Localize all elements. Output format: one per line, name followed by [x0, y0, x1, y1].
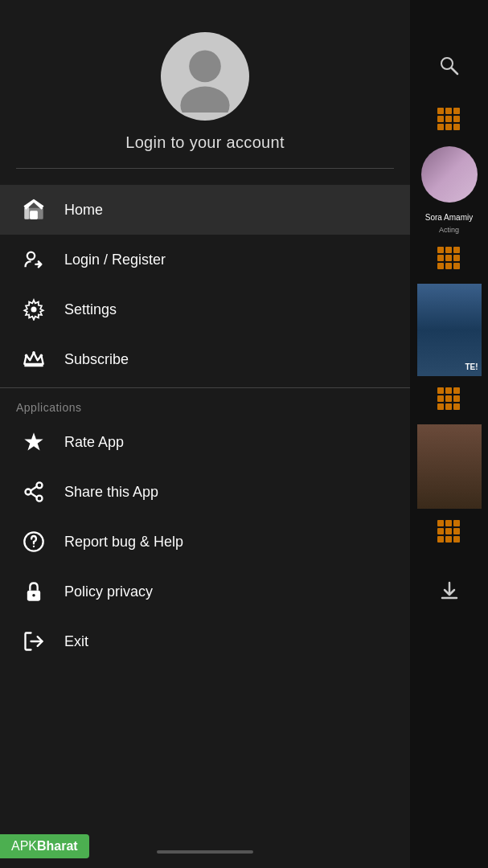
svg-rect-5 — [30, 211, 37, 219]
right-user-category: Acting — [439, 226, 459, 235]
app-container: Login to your account — [0, 0, 488, 868]
svg-point-6 — [27, 252, 35, 260]
svg-line-24 — [452, 68, 457, 74]
share-icon — [16, 474, 51, 510]
menu-label-report: Report bug & Help — [64, 534, 183, 551]
login-prompt[interactable]: Login to your account — [125, 133, 285, 152]
menu-item-share[interactable]: Share this App — [0, 467, 410, 517]
right-panel: Sora Amamiy Acting TE! — [410, 0, 488, 868]
grid-icon-2 — [437, 247, 461, 271]
menu-label-settings: Settings — [64, 301, 117, 318]
help-circle-icon — [16, 524, 51, 559]
exit-icon — [16, 624, 51, 659]
apkbharat-badge: APKBharat — [0, 834, 89, 858]
menu-item-policy[interactable]: Policy privacy — [0, 567, 410, 616]
bottom-handle — [157, 850, 253, 854]
menu-item-home[interactable]: Home — [0, 185, 410, 235]
lock-icon — [16, 574, 51, 609]
svg-point-19 — [33, 546, 35, 547]
svg-point-21 — [32, 594, 35, 597]
star-icon — [16, 424, 51, 460]
svg-point-1 — [180, 87, 229, 113]
menu-item-report[interactable]: Report bug & Help — [0, 517, 410, 567]
menu-label-exit: Exit — [64, 633, 88, 650]
menu-label-login: Login / Register — [64, 252, 166, 268]
profile-divider — [16, 168, 394, 169]
svg-point-12 — [40, 354, 43, 358]
svg-point-11 — [25, 354, 28, 358]
menu-label-rate: Rate App — [64, 434, 124, 451]
applications-section-title: Applications — [0, 391, 410, 417]
avatar[interactable] — [161, 32, 249, 121]
login-register-icon — [16, 242, 51, 277]
home-icon — [16, 192, 51, 227]
svg-point-0 — [189, 51, 221, 83]
bharat-text: Bharat — [37, 839, 78, 853]
svg-point-10 — [32, 351, 35, 354]
section-divider — [0, 387, 410, 388]
grid-icon-1 — [437, 108, 461, 132]
grid-icon-3 — [437, 387, 461, 411]
profile-section[interactable]: Login to your account — [0, 0, 410, 185]
menu-section: Home Login / Register — [0, 185, 410, 836]
download-icon[interactable] — [435, 576, 464, 605]
search-icon[interactable] — [432, 48, 467, 84]
right-user-avatar[interactable] — [421, 146, 478, 203]
subscribe-crown-icon — [16, 342, 51, 377]
right-content-image-1[interactable]: TE! — [417, 284, 482, 376]
apk-text: APK — [11, 839, 37, 853]
right-user-name: Sora Amamiy — [425, 212, 473, 223]
svg-line-16 — [31, 486, 37, 490]
menu-label-policy: Policy privacy — [64, 583, 153, 600]
svg-point-8 — [31, 307, 37, 313]
menu-item-login[interactable]: Login / Register — [0, 235, 410, 285]
settings-gear-icon — [16, 292, 51, 327]
menu-item-settings[interactable]: Settings — [0, 285, 410, 334]
svg-point-23 — [441, 58, 453, 69]
menu-item-subscribe[interactable]: Subscribe — [0, 334, 410, 384]
svg-line-17 — [31, 493, 37, 497]
menu-label-share: Share this App — [64, 484, 158, 501]
menu-label-subscribe: Subscribe — [64, 351, 129, 368]
svg-rect-9 — [24, 364, 43, 367]
menu-item-rate[interactable]: Rate App — [0, 417, 410, 467]
navigation-drawer: Login to your account — [0, 0, 410, 868]
right-content-image-2[interactable] — [417, 424, 482, 509]
grid-icon-4 — [437, 520, 461, 544]
menu-label-home: Home — [64, 202, 103, 219]
menu-item-exit[interactable]: Exit — [0, 616, 410, 666]
